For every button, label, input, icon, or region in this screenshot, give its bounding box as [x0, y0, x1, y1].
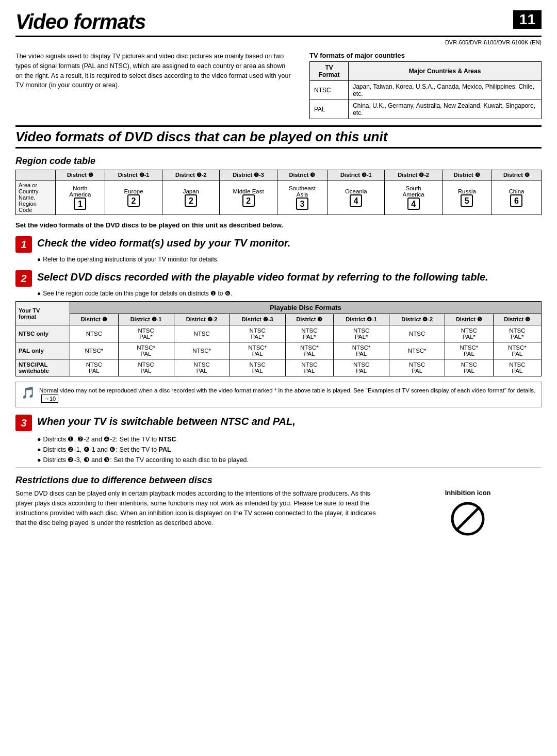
restrictions-title: Restrictions due to difference between d…	[15, 475, 542, 486]
playable-col-d22: District ❷-2	[174, 314, 230, 325]
ntscpal-d6: NTSCPAL	[493, 359, 541, 376]
note-box: 🎵 Normal video may not be reproduced whe…	[15, 382, 542, 407]
playable-col-d23: District ❷-3	[230, 314, 285, 325]
tv-formats-title: TV formats of major countries	[309, 52, 542, 59]
ntsc-only-d41: NTSCPAL*	[334, 325, 389, 342]
playable-col-d5: District ❺	[445, 314, 493, 325]
pal-only-d22: NTSC*	[174, 342, 230, 359]
step3-notes: Districts ❶, ❷-2 and ❹-2: Set the TV to …	[37, 434, 542, 465]
step1-number: 1	[15, 236, 32, 253]
pal-only-d41: NTSC*PAL	[334, 342, 389, 359]
region-cell-d22: Japan2	[162, 180, 220, 215]
ntsc-only-d6: NTSCPAL*	[493, 325, 541, 342]
ntscpal-d23: NTSCPAL	[230, 359, 285, 376]
page-number: 11	[513, 10, 542, 29]
inhibition-section: Inhibition icon	[394, 489, 542, 538]
region-col-d23: District ❷-3	[220, 170, 277, 180]
pal-only-d5: NTSC*PAL	[445, 342, 493, 359]
tv-format-pal: PAL	[310, 100, 349, 119]
svg-line-1	[456, 507, 480, 531]
playable-col-d1: District ❶	[70, 314, 118, 325]
pal-only-d21: NTSC*PAL	[118, 342, 174, 359]
playable-col-d42: District ❹-2	[389, 314, 445, 325]
ntsc-only-d21: NTSCPAL*	[118, 325, 174, 342]
region-col-d5: District ❺	[442, 170, 492, 180]
step2-text: Select DVD discs recorded with the playa…	[37, 270, 488, 284]
region-col-d42: District ❹-2	[385, 170, 442, 180]
note-icon: 🎵	[21, 385, 35, 401]
table-row: PAL only NTSC* NTSC*PAL NTSC* NTSC*PAL N…	[16, 342, 542, 359]
region-col-d41: District ❹-1	[327, 170, 385, 180]
pal-only-d1: NTSC*	[70, 342, 118, 359]
intro-text: The video signals used to display TV pic…	[15, 52, 294, 119]
region-cell-d23: Middle East2	[220, 180, 277, 215]
table-row: NTSC Japan, Taiwan, Korea, U.S.A., Canad…	[310, 81, 542, 100]
step2-box: 2 Select DVD discs recorded with the pla…	[15, 270, 542, 287]
playable-col-d41: District ❹-1	[334, 314, 389, 325]
page-title: Video formats	[15, 10, 145, 34]
restrictions-text: Some DVD discs can be played only in cer…	[15, 489, 384, 538]
note-page-ref: →10	[41, 395, 58, 403]
pal-only-d42: NTSC*	[389, 342, 445, 359]
ntscpal-d21: NTSCPAL	[118, 359, 174, 376]
ntsc-only-d5: NTSCPAL*	[445, 325, 493, 342]
ntscpal-d5: NTSCPAL	[445, 359, 493, 376]
inhibition-icon	[450, 501, 486, 537]
playable-disc-formats-header: Playable Disc Formats	[70, 302, 542, 314]
ntscpal-d1: NTSCPAL	[70, 359, 118, 376]
note-content: Normal video may not be reproduced when …	[39, 387, 535, 393]
pal-only-d6: NTSC*PAL	[493, 342, 541, 359]
ntscpal-d42: NTSCPAL	[389, 359, 445, 376]
ntsc-only-label: NTSC only	[16, 325, 70, 342]
pal-only-d3: NTSC*PAL	[285, 342, 333, 359]
section-title: Video formats of DVD discs that can be p…	[15, 125, 542, 149]
region-col-d3: District ❸	[277, 170, 327, 180]
step3-note-1: Districts ❶, ❷-2 and ❹-2: Set the TV to …	[37, 434, 542, 445]
step3-note-2: Districts ❷-1, ❹-1 and ❻: Set the TV to …	[37, 445, 542, 455]
region-cell-d5: Russia5	[442, 180, 492, 215]
set-video-formats-text: Set the video formats of the DVD discs t…	[15, 221, 542, 229]
region-row-label: Area orCountryName,RegionCode	[16, 180, 56, 215]
playable-col-d21: District ❷-1	[118, 314, 174, 325]
step3-box: 3 When your TV is switchable between NTS…	[15, 415, 542, 431]
step1-text: Check the video format(s) used by your T…	[37, 236, 290, 250]
inhibition-title: Inhibition icon	[394, 489, 542, 497]
step1-box: 1 Check the video format(s) used by your…	[15, 236, 542, 253]
region-row-header-empty	[16, 170, 56, 180]
tv-ntsc-countries: Japan, Taiwan, Korea, U.S.A., Canada, Me…	[349, 81, 542, 100]
ntscpal-d3: NTSCPAL	[285, 359, 333, 376]
step3-number: 3	[15, 415, 32, 431]
table-row: Area orCountryName,RegionCode NorthAmeri…	[16, 180, 542, 215]
playable-col-d3: District ❸	[285, 314, 333, 325]
ntsc-only-d42: NTSC	[389, 325, 445, 342]
restrictions-section: Restrictions due to difference between d…	[15, 475, 542, 538]
tv-format-ntsc: NTSC	[310, 81, 349, 100]
restrictions-body: Some DVD discs can be played only in cer…	[15, 489, 542, 538]
ntscpal-label: NTSC/PALswitchable	[16, 359, 70, 376]
region-cell-d41: Oceania4	[327, 180, 385, 215]
region-cell-d21: Europe2	[105, 180, 162, 215]
region-col-d22: District ❷-2	[162, 170, 220, 180]
region-cell-d1: NorthAmerica1	[55, 180, 105, 215]
region-cell-d42: SouthAmerica4	[385, 180, 442, 215]
region-code-table: District ❶ District ❷-1 District ❷-2 Dis…	[15, 170, 542, 215]
ntsc-only-d1: NTSC	[70, 325, 118, 342]
ntscpal-d22: NTSCPAL	[174, 359, 230, 376]
table-row: NTSC/PALswitchable NTSCPAL NTSCPAL NTSCP…	[16, 359, 542, 376]
your-tv-format-header: Your TVformat	[16, 302, 70, 325]
playable-col-d6: District ❻	[493, 314, 541, 325]
model-info: DVR-605/DVR-6100/DVR-6100K (EN)	[15, 39, 542, 45]
region-cell-d6: China6	[492, 180, 541, 215]
ntscpal-d41: NTSCPAL	[334, 359, 389, 376]
region-col-d6: District ❻	[492, 170, 541, 180]
pal-only-label: PAL only	[16, 342, 70, 359]
tv-pal-countries: China, U.K., Germany, Australia, New Zea…	[349, 100, 542, 119]
tv-table-col-format: TV Format	[310, 62, 349, 81]
region-code-title: Region code table	[15, 156, 542, 167]
playable-disc-table: Your TVformat Playable Disc Formats Dist…	[15, 301, 542, 376]
region-col-d1: District ❶	[55, 170, 105, 180]
tv-formats-section: TV formats of major countries TV Format …	[309, 52, 542, 119]
ntsc-only-d23: NTSCPAL*	[230, 325, 285, 342]
step2-number: 2	[15, 270, 32, 287]
page-header: Video formats 11	[15, 10, 542, 37]
